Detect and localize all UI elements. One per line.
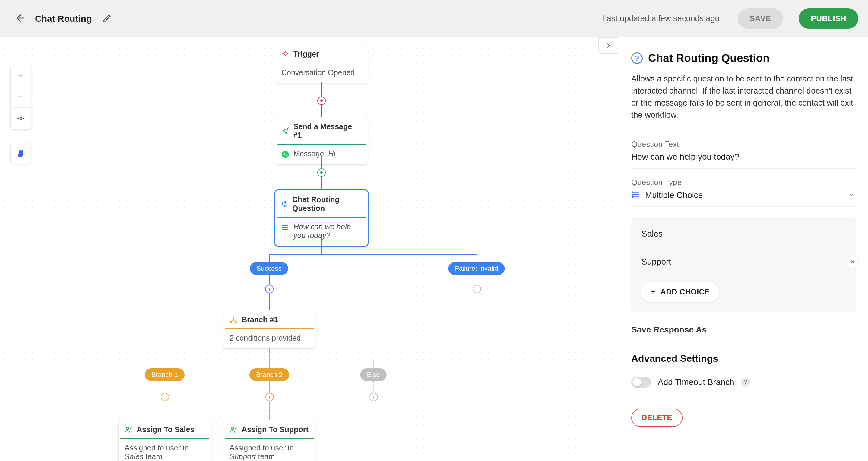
zoom-controls bbox=[10, 64, 31, 130]
remove-choice-button[interactable] bbox=[846, 255, 859, 268]
save-response-as-label[interactable]: Save Response As bbox=[631, 325, 856, 335]
node-assign-sales[interactable]: Assign To Sales Assigned to user in Sale… bbox=[118, 420, 211, 461]
top-bar: Chat Routing Last updated a few seconds … bbox=[0, 0, 868, 37]
question-type-select[interactable]: Multiple Choice bbox=[631, 189, 856, 207]
add-step-button[interactable]: + bbox=[161, 393, 169, 401]
node-body: 2 conditions provided bbox=[229, 334, 301, 342]
pan-tool-button[interactable] bbox=[10, 143, 31, 164]
add-step-button[interactable]: + bbox=[265, 285, 274, 293]
branch-icon bbox=[229, 316, 237, 324]
add-step-button[interactable]: + bbox=[317, 96, 326, 105]
node-body: Assigned to user in Sales team bbox=[125, 443, 205, 461]
edit-icon[interactable] bbox=[102, 13, 112, 25]
node-body: Conversation Opened bbox=[281, 68, 355, 77]
help-icon[interactable]: ? bbox=[741, 378, 750, 387]
choice-row[interactable]: Sales bbox=[631, 220, 856, 248]
question-text-input[interactable]: How can we help you today? bbox=[631, 151, 856, 168]
whatsapp-icon bbox=[281, 151, 289, 158]
zoom-out-button[interactable] bbox=[10, 86, 31, 108]
save-button[interactable]: SAVE bbox=[738, 8, 783, 29]
add-step-button[interactable]: + bbox=[266, 393, 274, 401]
pill-branch-1: Branch 1 bbox=[145, 368, 185, 381]
pill-failure: Failure: Invalid bbox=[448, 262, 504, 275]
svg-point-10 bbox=[126, 427, 129, 430]
chevron-down-icon bbox=[848, 191, 855, 199]
add-step-button[interactable]: + bbox=[317, 168, 326, 177]
pill-success: Success bbox=[250, 262, 288, 275]
node-body: Message: Hi bbox=[293, 149, 335, 158]
timeout-toggle-label: Add Timeout Branch bbox=[658, 377, 734, 387]
svg-point-7 bbox=[233, 317, 234, 318]
svg-point-12 bbox=[632, 192, 633, 193]
choices-container: Sales Support ADD CHOICE bbox=[631, 217, 856, 312]
add-step-button[interactable]: + bbox=[473, 285, 481, 293]
user-assign-icon bbox=[125, 426, 132, 434]
list-icon bbox=[281, 223, 289, 232]
list-icon bbox=[631, 190, 640, 200]
zoom-in-button[interactable] bbox=[10, 64, 31, 86]
question-text-label: Question Text bbox=[631, 140, 856, 149]
user-assign-icon bbox=[229, 426, 237, 434]
choice-label: Sales bbox=[642, 229, 662, 239]
svg-point-6 bbox=[282, 229, 283, 230]
last-updated-text: Last updated a few seconds ago bbox=[602, 14, 720, 23]
question-type-label: Question Type bbox=[631, 178, 856, 187]
svg-point-9 bbox=[235, 321, 236, 322]
back-icon[interactable] bbox=[14, 13, 25, 25]
recenter-button[interactable] bbox=[10, 108, 31, 129]
svg-point-11 bbox=[231, 427, 234, 430]
svg-point-3 bbox=[284, 206, 285, 206]
choice-row[interactable]: Support bbox=[631, 248, 856, 276]
svg-point-1 bbox=[282, 151, 289, 158]
node-body: How can we help you today? bbox=[293, 222, 362, 240]
pill-else: Else bbox=[361, 368, 386, 381]
node-assign-support[interactable]: Assign To Support Assigned to user in Su… bbox=[223, 420, 316, 461]
pill-branch-2: Branch 2 bbox=[249, 368, 289, 381]
node-title: Assign To Sales bbox=[136, 425, 194, 434]
add-step-button[interactable]: + bbox=[369, 393, 378, 401]
delete-button[interactable]: DELETE bbox=[631, 408, 683, 427]
node-title: Send a Message #1 bbox=[293, 122, 362, 140]
question-type-value: Multiple Choice bbox=[645, 190, 856, 200]
question-icon: ? bbox=[631, 53, 643, 64]
node-title: Assign To Support bbox=[242, 425, 309, 434]
workflow-canvas[interactable]: Trigger Conversation Opened + Send a Mes… bbox=[0, 37, 618, 461]
advanced-settings-heading: Advanced Settings bbox=[631, 353, 856, 364]
page-title: Chat Routing bbox=[35, 13, 92, 24]
node-title: Trigger bbox=[293, 50, 319, 59]
svg-point-5 bbox=[282, 227, 283, 228]
svg-point-14 bbox=[632, 196, 633, 197]
spark-icon bbox=[281, 51, 289, 58]
question-icon bbox=[281, 200, 288, 208]
timeout-toggle[interactable] bbox=[631, 377, 651, 388]
node-trigger[interactable]: Trigger Conversation Opened bbox=[275, 45, 368, 83]
publish-button[interactable]: PUBLISH bbox=[799, 8, 858, 29]
node-body: Assigned to user in Support team bbox=[229, 443, 310, 461]
svg-point-4 bbox=[282, 225, 283, 226]
add-choice-button[interactable]: ADD CHOICE bbox=[640, 282, 719, 302]
node-title: Chat Routing Question bbox=[292, 195, 362, 213]
svg-point-0 bbox=[20, 118, 22, 120]
properties-panel: ? Chat Routing Question Allows a specifi… bbox=[618, 37, 868, 461]
svg-point-13 bbox=[632, 194, 633, 195]
panel-title: Chat Routing Question bbox=[648, 52, 770, 65]
panel-description: Allows a specific question to be sent to… bbox=[631, 73, 856, 121]
send-icon bbox=[281, 127, 289, 135]
svg-point-8 bbox=[230, 321, 231, 322]
node-title: Branch #1 bbox=[242, 315, 278, 324]
collapse-panel-button[interactable] bbox=[598, 37, 618, 54]
choice-label: Support bbox=[642, 257, 671, 267]
node-branch[interactable]: Branch #1 2 conditions provided bbox=[223, 310, 316, 349]
